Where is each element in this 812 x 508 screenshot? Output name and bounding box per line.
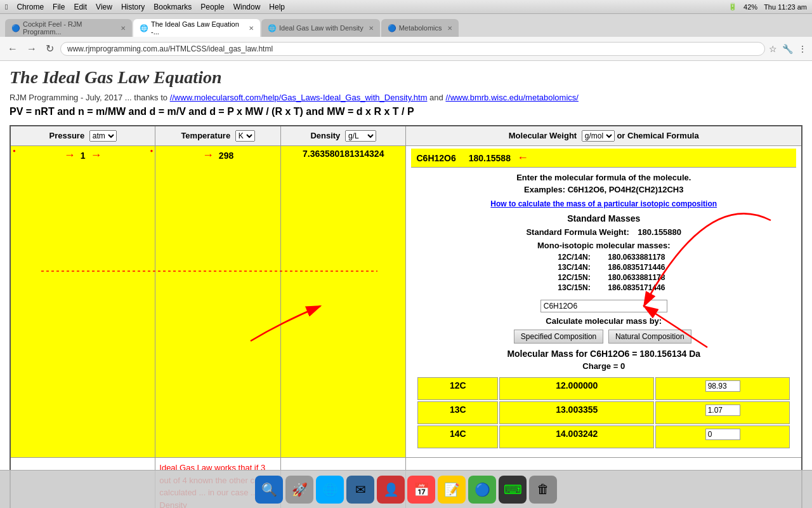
mol-examples: Examples: C6H12O6, PO4H2(CH2)12CH3 [416, 185, 791, 194]
mw-or-label: or Chemical Formula [617, 131, 698, 140]
battery-icon: 🔋 [728, 3, 737, 11]
mw-unit-select[interactable]: g/mol [582, 130, 615, 142]
mw-header: Molecular Weight g/mol or Chemical Formu… [406, 126, 802, 146]
mol-mass-result: Molecular Mass for C6H12O6 = 180.156134 … [416, 349, 791, 359]
tab-close-ideal[interactable]: ✕ [249, 25, 254, 32]
arrow-right2: → [90, 149, 102, 161]
tab-ideal-gas[interactable]: 🌐 The Ideal Gas Law Equation -... ✕ [133, 19, 260, 37]
density-unit-select[interactable]: g/L g/mL [345, 130, 376, 142]
density-header: Density g/L g/mL [280, 126, 406, 146]
tab-favicon: 🌐 [140, 24, 148, 32]
mass-row-2: 13C/14N: 186.0835171446 [416, 263, 791, 272]
temperature-unit-select[interactable]: K C [235, 130, 255, 142]
mac-dock: 🔍 🚀 🌐 ✉ 👤 📅 📝 🔵 ⌨ 🗑 [0, 470, 812, 508]
clock: Thu 11:23 am [764, 3, 807, 11]
charge-line: Charge = 0 [416, 361, 791, 371]
composition-input[interactable] [540, 300, 667, 312]
address-bar[interactable] [60, 42, 765, 56]
menu-chrome[interactable]: Chrome [16, 3, 44, 11]
standard-masses-title: Standard Masses [416, 213, 791, 224]
attribution-link1[interactable]: //www.molecularsoft.com/help/Gas_Laws-Id… [170, 93, 428, 102]
density-value: 7.363580181314324 [303, 149, 384, 159]
mass-row-4: 13C/15N: 186.0835171446 [416, 283, 791, 292]
tab-favicon: 🌐 [268, 24, 277, 32]
tab-metabolomics[interactable]: 🔵 Metabolomics ✕ [381, 19, 459, 37]
menu-window[interactable]: Window [233, 3, 261, 11]
apple-menu[interactable]:  [5, 3, 8, 11]
deco-dot: ● [13, 148, 16, 154]
isotope-label-14c: 14C [417, 425, 498, 448]
mol-formula-desc: Enter the molecular formula of the molec… [416, 173, 791, 182]
how-to-link[interactable]: How to calculate the mass of a particula… [416, 199, 791, 208]
mac-menubar:  Chrome File Edit View History Bookmark… [0, 0, 812, 14]
menu-help[interactable]: Help [269, 3, 285, 11]
arrow-left-mw: ← [517, 151, 528, 164]
menu-view[interactable]: View [96, 3, 112, 11]
page-content: The Ideal Gas Law Equation RJM Programmi… [0, 61, 812, 508]
attribution-prefix: RJM Programming - July, 2017 ... thanks … [10, 93, 170, 102]
isotope-label-12c: 12C [417, 377, 498, 400]
dock-contacts[interactable]: 👤 [377, 476, 405, 504]
isotope-row-12c: 12C 12.000000 [417, 377, 790, 400]
composition-section: Calculate molecular mass by: Specified C… [416, 300, 791, 450]
dock-mail[interactable]: ✉ [346, 476, 374, 504]
formula-line: PV = nRT and n = m/MW and d = m/V and d … [10, 106, 802, 117]
arrow-right-pressure: → [64, 149, 75, 161]
mono-label: Mono-isotopic molecular masses: [416, 241, 791, 250]
tab-label: Ideal Gas Law with Density [279, 24, 363, 32]
isotope-row-13c: 13C 13.003355 [417, 401, 790, 424]
pressure-header: Pressure atm Pa [10, 126, 155, 146]
dock-safari[interactable]: 🌐 [316, 476, 344, 504]
attribution-link2[interactable]: //www.bmrb.wisc.edu/metabolomics/ [445, 93, 579, 102]
pressure-unit-select[interactable]: atm Pa [89, 130, 117, 142]
mw-main-cell: C6H12O6 180.15588 ← Enter the molecular … [406, 146, 802, 458]
tab-label: Metabolomics [399, 24, 442, 32]
tab-close-density[interactable]: ✕ [369, 25, 374, 32]
deco-dot: ● [150, 148, 153, 154]
input-row: ● ● → 1 → → 298 7.363580181314324 [10, 146, 802, 458]
settings-icon[interactable]: ⋮ [798, 44, 807, 54]
dock-chrome[interactable]: 🔵 [468, 476, 496, 504]
menu-bookmarks[interactable]: Bookmarks [154, 3, 192, 11]
isotope-label-13c: 13C [417, 401, 498, 424]
tab-bar: 🔵 Cockpit Feel - RJM Programm... ✕ 🌐 The… [0, 14, 812, 37]
isotope-input-14c[interactable] [705, 429, 740, 440]
page-title: The Ideal Gas Law Equation [10, 67, 802, 88]
dock-finder[interactable]: 🔍 [255, 476, 283, 504]
forward-button[interactable]: → [24, 42, 39, 56]
specified-composition-button[interactable]: Specified Composition [514, 330, 603, 344]
tab-density[interactable]: 🌐 Ideal Gas Law with Density ✕ [261, 19, 380, 37]
gas-table: Pressure atm Pa Temperature K C [10, 125, 802, 508]
tab-favicon: 🔵 [388, 24, 396, 32]
tab-close-cockpit[interactable]: ✕ [121, 25, 126, 32]
calc-label: Calculate molecular mass by: [416, 316, 791, 326]
menu-file[interactable]: File [53, 3, 65, 11]
refresh-button[interactable]: ↻ [43, 41, 56, 56]
dock-trash[interactable]: 🗑 [529, 476, 557, 504]
dock-terminal[interactable]: ⌨ [499, 476, 527, 504]
temperature-cell: → 298 [155, 146, 281, 458]
natural-composition-button[interactable]: Natural Composition [608, 330, 691, 344]
standard-masses: Standard Masses Standard Formula Weight:… [416, 213, 791, 292]
battery-percent: 42% [743, 3, 757, 11]
menu-edit[interactable]: Edit [74, 3, 87, 11]
chrome-window: 🔵 Cockpit Feel - RJM Programm... ✕ 🌐 The… [0, 14, 812, 61]
isotope-table: 12C 12.000000 13C 13.003355 [416, 376, 791, 450]
isotope-input-13c[interactable] [705, 404, 740, 416]
dock-calendar[interactable]: 📅 [407, 476, 435, 504]
isotope-input-12c[interactable] [705, 380, 740, 392]
bookmark-icon[interactable]: ☆ [769, 44, 777, 54]
dock-notes[interactable]: 📝 [438, 476, 466, 504]
nav-icons: ☆ 🔧 ⋮ [769, 44, 807, 54]
menu-people[interactable]: People [200, 3, 224, 11]
isotope-row-14c: 14C 14.003242 [417, 425, 790, 448]
tab-cockpit[interactable]: 🔵 Cockpit Feel - RJM Programm... ✕ [5, 19, 132, 37]
formula-display: C6H12O6 [416, 153, 455, 163]
temperature-header: Temperature K C [155, 126, 281, 146]
menu-history[interactable]: History [121, 3, 145, 11]
dock-launchpad[interactable]: 🚀 [285, 476, 313, 504]
extensions-icon[interactable]: 🔧 [782, 44, 793, 54]
back-button[interactable]: ← [5, 42, 20, 56]
tab-close-metabolomics[interactable]: ✕ [447, 25, 452, 32]
mw-display-value: 180.15588 [469, 153, 511, 163]
